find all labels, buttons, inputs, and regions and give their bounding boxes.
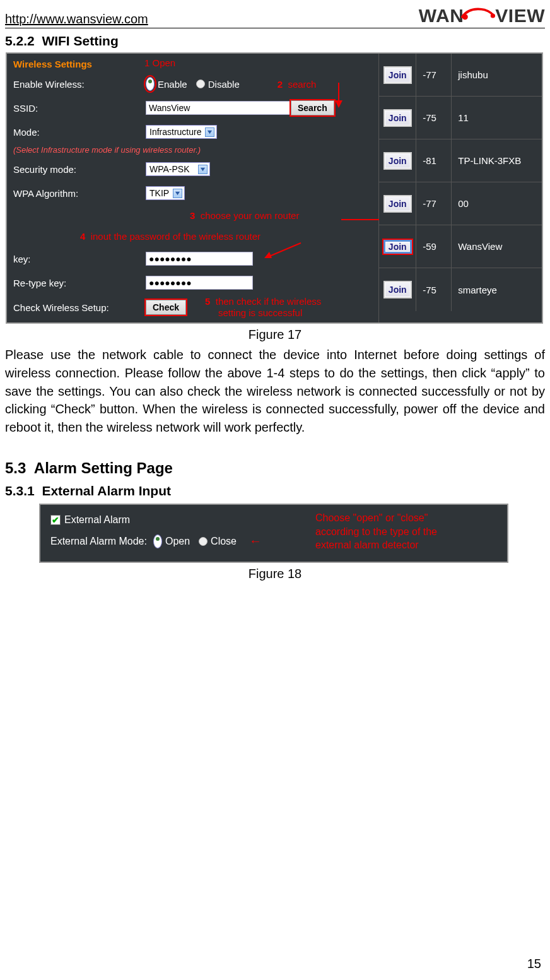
retype-key-label: Re-type key:	[13, 278, 146, 288]
infrastructure-note: (Select Infrastructure mode if using wir…	[13, 145, 372, 155]
open-radio-label: Open	[165, 536, 190, 547]
svg-line-7	[268, 243, 301, 257]
annotation-5: 5 then check if the wireless setting is …	[205, 296, 321, 319]
security-mode-select[interactable]: WPA-PSK	[146, 162, 210, 176]
disable-radio-label: Disable	[208, 79, 240, 90]
external-alarm-mode-label: External Alarm Mode:	[50, 536, 147, 547]
svg-marker-5	[201, 167, 205, 170]
signal-strength: -59	[416, 225, 451, 268]
external-alarm-note: Choose "open" or "close" according to th…	[315, 511, 502, 554]
svg-marker-6	[175, 191, 180, 194]
site-url[interactable]: http://www.wansview.com	[5, 12, 148, 27]
chevron-down-icon	[205, 127, 214, 137]
network-name: WansView	[451, 225, 542, 268]
join-button[interactable]: Join	[383, 281, 412, 298]
network-row: Join-81TP-LINK-3FXB	[379, 139, 542, 182]
svg-marker-8	[264, 252, 272, 258]
close-radio[interactable]	[199, 537, 208, 546]
network-row: Join-77jishubu	[379, 54, 542, 97]
key-input[interactable]	[146, 252, 253, 266]
open-radio[interactable]	[153, 534, 162, 548]
wpa-algorithm-select[interactable]: TKIP	[146, 186, 185, 200]
signal-strength: -75	[416, 97, 451, 139]
key-label: key:	[13, 254, 146, 264]
close-radio-label: Close	[211, 536, 237, 547]
logo-text-prefix: WAN	[419, 5, 464, 27]
join-button[interactable]: Join	[383, 152, 412, 170]
network-name: 11	[451, 97, 542, 139]
heading-5-3-1: 5.3.1 External Alarm Input	[5, 483, 545, 499]
heading-5-2-2: 5.2.2 WIFI Setting	[5, 33, 545, 49]
page-number: 15	[527, 957, 541, 971]
heading-5-3: 5.3 Alarm Setting Page	[5, 459, 545, 477]
figure-17-container: Wireless Settings 1 Open Enable Wireless…	[6, 52, 543, 324]
arrow-down-icon	[333, 81, 344, 109]
mode-select[interactable]: Infrastructure	[146, 125, 217, 139]
search-button[interactable]: Search	[291, 100, 334, 115]
figure-17-description: Please use the network cable to connect …	[5, 346, 545, 437]
signal-strength: -77	[416, 54, 451, 96]
disable-radio[interactable]	[196, 80, 205, 88]
figure-17-caption: Figure 17	[5, 328, 545, 342]
network-name: TP-LINK-3FXB	[451, 139, 542, 182]
logo-text-suffix: VIEW	[495, 5, 545, 27]
svg-marker-3	[335, 100, 342, 108]
signal-strength: -81	[416, 139, 451, 182]
check-button[interactable]: Check	[146, 300, 186, 315]
svg-marker-4	[208, 130, 212, 133]
annotation-2: 2 search	[278, 79, 317, 90]
network-list-panel: Join-77jishubuJoin-7511Join-81TP-LINK-3F…	[378, 54, 542, 322]
wireless-settings-panel: Wireless Settings 1 Open Enable Wireless…	[7, 54, 378, 322]
chevron-down-icon	[173, 189, 182, 198]
annotation-1: 1 Open	[144, 57, 175, 68]
svg-point-0	[462, 14, 468, 20]
network-name: smarteye	[451, 268, 542, 311]
figure-18-caption: Figure 18	[5, 567, 545, 581]
logo-s-icon	[464, 8, 495, 21]
join-button[interactable]: Join	[383, 240, 412, 254]
external-alarm-label: External Alarm	[64, 514, 130, 526]
ssid-label: SSID:	[13, 103, 146, 114]
arrow-diagonal-icon	[263, 242, 307, 261]
signal-strength: -77	[416, 182, 451, 225]
arrow-left-icon: ←	[249, 534, 262, 548]
network-name: jishubu	[451, 54, 542, 96]
chevron-down-icon	[198, 165, 208, 174]
retype-key-input[interactable]	[146, 276, 253, 290]
join-button[interactable]: Join	[383, 195, 412, 213]
network-row: Join-75smarteye	[379, 268, 542, 311]
wpa-algorithm-label: WPA Algorithm:	[13, 188, 146, 199]
annotation-4: 4 inout the password of the wireless rou…	[80, 231, 372, 242]
figure-18-container: ✔ External Alarm External Alarm Mode: Op…	[39, 504, 508, 563]
network-name: 00	[451, 182, 542, 225]
svg-point-1	[491, 13, 495, 18]
join-button[interactable]: Join	[383, 66, 412, 84]
external-alarm-checkbox[interactable]: ✔	[50, 515, 61, 525]
check-wireless-label: Check Wireless Setup:	[13, 302, 146, 313]
network-row: Join-7511	[379, 97, 542, 139]
arrow-right-icon	[341, 219, 530, 220]
network-row: Join-59WansView	[379, 225, 542, 268]
brand-logo: WAN VIEW	[419, 5, 545, 27]
wireless-settings-title: Wireless Settings	[13, 59, 372, 69]
security-mode-label: Security mode:	[13, 164, 146, 175]
enable-radio[interactable]	[146, 77, 155, 91]
enable-wireless-label: Enable Wireless:	[13, 79, 146, 90]
join-button[interactable]: Join	[383, 109, 412, 127]
page-header: http://www.wansview.com WAN VIEW	[5, 5, 545, 28]
ssid-input[interactable]	[146, 101, 291, 115]
enable-radio-label: Enable	[158, 79, 187, 90]
mode-label: Mode:	[13, 127, 146, 138]
signal-strength: -75	[416, 268, 451, 311]
